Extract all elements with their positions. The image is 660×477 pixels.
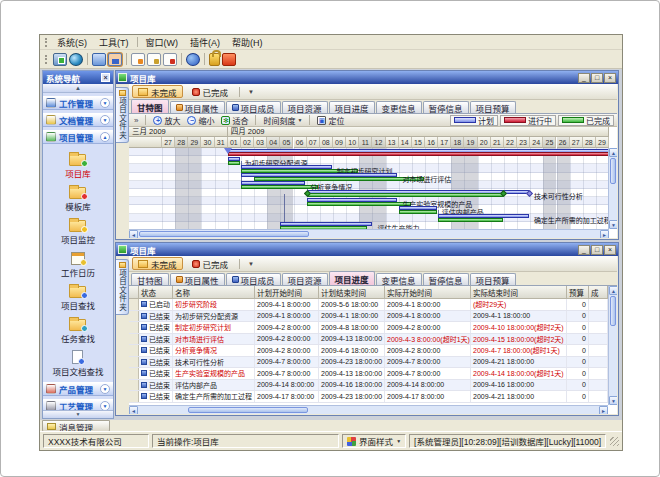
scroll-up-arrow[interactable]: ▲ [609,286,617,295]
sidebar-scroll-down[interactable]: ▼ [43,410,113,418]
tool-zoom-in[interactable]: +放大 [151,115,182,126]
sidebar-item-工作日历[interactable]: 工作日历 [61,249,95,278]
tool-zoom-out[interactable]: −缩小 [185,115,216,126]
sidebar-item-任务查找[interactable]: 任务查找 [61,315,95,344]
sidebar-item-模板库[interactable]: 模板库 [65,183,91,212]
row-selector[interactable] [129,357,139,368]
column-header-实际开始时间[interactable]: 实际开始时间 [385,286,471,299]
row-selector[interactable] [129,334,139,345]
interface-style-cell[interactable]: 界面样式 ▼ [342,434,406,448]
tool-timescale[interactable]: 时间刻度▼ [261,115,304,126]
tab-项目属性[interactable]: 项目属性 [170,101,225,113]
tab-项目资源[interactable]: 项目资源 [282,101,328,113]
filter-finished-button[interactable]: 已完成 [186,257,235,270]
filter-unfinished-button[interactable]: 未完成 [132,257,183,270]
tool-fit[interactable]: ✻适合 [219,115,250,126]
scroll-left-arrow[interactable]: ◄ [129,406,138,414]
filter-unfinished-button[interactable]: 未完成 [132,85,183,98]
scroll-track[interactable] [310,230,600,238]
menu-item-0[interactable]: 系统(S) [51,35,93,50]
minimize-button[interactable]: _ [578,73,590,83]
scroll-down-arrow[interactable]: ▼ [609,396,617,405]
lock-gold-icon[interactable] [209,53,220,66]
gantt-bar-completed[interactable] [438,218,502,222]
scroll-left-arrow[interactable]: ◄ [129,230,138,238]
table-row[interactable]: 已结束制定初步研究计划2009-4-2 8:00:002009-4-8 18:0… [129,322,608,334]
scroll-thumb[interactable] [188,407,308,413]
column-header-成[interactable]: 成 [589,286,608,299]
menu-item-4[interactable]: 帮助(H) [226,35,269,50]
gantt-bar-completed[interactable] [228,161,240,165]
menu-item-1[interactable]: 工具(T) [93,35,135,50]
sidebar-item-项目监控[interactable]: 项目监控 [61,216,95,245]
close-button[interactable]: × [604,73,616,83]
table-row[interactable]: 已结束确定生产所需的加工过程2009-4-17 8:00:002009-4-23… [129,391,608,403]
column-header-状态[interactable]: 状态 [139,286,173,299]
gantt-hscroll[interactable]: ◄► [129,229,609,238]
project-folder-tab[interactable]: 项目文件夹 [116,87,129,143]
tab-变更信息[interactable]: 变更信息 [376,273,422,285]
row-selector[interactable] [129,345,139,356]
gantt-bar-completed[interactable] [307,202,411,206]
tab-项目成员[interactable]: 项目成员 [226,273,281,285]
table-row[interactable]: 已结束生产实验室规模的产品2009-4-7 8:00:002009-4-13 1… [129,368,608,380]
project-folder-tab[interactable]: 项目文件夹 [116,259,129,315]
more-filters-button[interactable]: ▼ [245,89,257,95]
scroll-track[interactable] [609,185,617,220]
app-icon[interactable] [53,53,67,66]
sidebar-group-工艺管理[interactable]: 工艺管理▼ [43,399,113,410]
tab-项目资源[interactable]: 项目资源 [282,273,328,285]
tab-暂停信息[interactable]: 暂停信息 [423,273,469,285]
sidebar-group-项目管理[interactable]: 项目管理▲ [43,130,113,144]
table-row[interactable]: 已结束为初步研究分配资源2009-4-1 8:00:002009-4-1 18:… [129,311,608,323]
column-header-计划开始时间[interactable]: 计划开始时间 [255,286,319,299]
help-icon[interactable] [186,53,200,66]
globe-icon[interactable] [69,53,83,66]
maximize-button[interactable]: □ [591,245,603,255]
scroll-right-arrow[interactable]: ► [599,406,608,414]
folder-open-icon[interactable] [92,53,106,66]
scroll-up-arrow[interactable]: ▲ [609,148,617,157]
gantt-vscroll[interactable]: ▲▼ [608,148,617,229]
column-header-计划结束时间[interactable]: 计划结束时间 [319,286,385,299]
tab-暂停信息[interactable]: 暂停信息 [423,101,469,113]
sidebar-group-产品管理[interactable]: 产品管理▼ [43,382,113,396]
sidebar-scroll-up[interactable]: ▲ [43,84,113,93]
row-selector[interactable] [129,368,139,379]
chevron-down-icon[interactable]: ▼ [100,384,110,394]
table-row[interactable]: 已启动初步研究阶段2009-4-1 8:00:002009-5-6 18:00:… [129,299,608,311]
maximize-button[interactable]: □ [591,73,603,83]
chevron-up-icon[interactable]: ▲ [100,132,110,142]
table-vscroll[interactable]: ▲▼ [608,286,617,405]
chevron-down-icon[interactable]: ▼ [100,98,110,108]
chevron-down-icon[interactable]: ▼ [100,401,110,410]
exit-icon[interactable] [222,53,236,66]
save-icon[interactable] [108,53,122,66]
scroll-track[interactable] [309,406,599,414]
tab-甘特图[interactable]: 甘特图 [131,273,169,285]
doc-edit-icon[interactable] [147,53,161,66]
filter-finished-button[interactable]: 已完成 [186,85,235,98]
tab-项目进度[interactable]: 项目进度 [329,271,375,285]
row-selector[interactable] [129,311,139,322]
column-header-名称[interactable]: 名称 [173,286,255,299]
tab-甘特图[interactable]: 甘特图 [131,99,169,113]
table-row[interactable]: 已结束分析竞争情况2009-4-2 8:00:002009-4-6 18:00:… [129,345,608,357]
scroll-thumb[interactable] [610,158,616,184]
column-header-实际结束时间[interactable]: 实际结束时间 [471,286,567,299]
gantt-window-titlebar[interactable]: 项目库 _ □ × [116,71,618,84]
tab-项目预算[interactable]: 项目预算 [470,273,516,285]
tab-项目成员[interactable]: 项目成员 [226,101,281,113]
row-selector[interactable] [129,380,139,391]
chevron-down-icon[interactable]: ▼ [100,115,110,125]
sidebar-item-项目库[interactable]: 项目库 [65,150,91,179]
sidebar-group-文档管理[interactable]: 文档管理▼ [43,113,113,127]
table-row[interactable]: 已结束技术可行性分析2009-4-7 8:00:002009-4-23 18:0… [129,357,608,369]
table-row[interactable]: 已结束评估内部产品2009-4-14 8:00:002009-4-16 18:0… [129,380,608,392]
minimize-button[interactable]: _ [578,245,590,255]
scroll-thumb[interactable] [139,231,309,237]
more-filters-button[interactable]: ▼ [245,261,257,267]
scroll-track[interactable] [609,327,617,396]
sidebar-item-项目文档查找[interactable]: 项目文档查找 [52,348,103,377]
tab-项目属性[interactable]: 项目属性 [170,273,225,285]
